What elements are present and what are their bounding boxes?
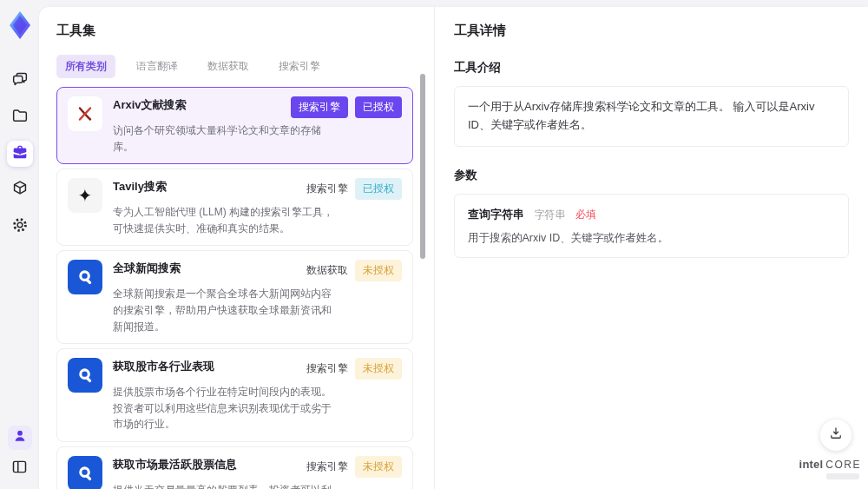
tab-4[interactable]: 搜索引擎 (270, 55, 329, 78)
profile-button[interactable] (8, 426, 32, 450)
panel-icon (10, 458, 29, 479)
sidebar-item-models[interactable] (7, 177, 33, 203)
tool-name: Tavily搜索 (113, 178, 167, 195)
category-badge: 搜索引擎 (291, 96, 348, 118)
auth-status-badge: 未授权 (355, 456, 402, 478)
tool-card-body: 全球新闻搜索数据获取未授权全球新闻搜索是一个聚合全球各大新闻网站内容的搜索引擎，… (113, 260, 402, 334)
tool-card-body: Tavily搜索搜索引擎已授权专为人工智能代理 (LLM) 构建的搜索引擎工具，… (113, 178, 402, 236)
download-button[interactable] (820, 420, 852, 451)
tab-3[interactable]: 数据获取 (199, 55, 258, 78)
tab-2[interactable]: 语言翻译 (128, 55, 187, 78)
intel-core-badge: intelCORE (799, 458, 861, 479)
details-panel-title: 工具详情 (454, 23, 849, 39)
icon-rail (0, 0, 39, 489)
sidebar-item-chat[interactable] (7, 68, 33, 94)
news-icon (68, 260, 102, 294)
tool-name: Arxiv文献搜索 (113, 96, 187, 113)
sidebar-item-settings[interactable] (7, 214, 33, 240)
param-required-badge: 必填 (575, 208, 596, 221)
arxiv-icon (68, 96, 102, 131)
tab-1[interactable]: 所有类别 (56, 55, 115, 78)
intel-brand-mark: CORE (825, 459, 861, 471)
param-type: 字符串 (534, 208, 565, 221)
tool-name: 全球新闻搜索 (113, 260, 181, 276)
auth-status-badge: 已授权 (355, 96, 402, 118)
briefcase-icon (10, 142, 30, 165)
category-badge: 搜索引擎 (306, 459, 348, 474)
param-header: 查询字符串 字符串 必填 (468, 206, 835, 222)
tool-card-body: 获取股市各行业表现搜索引擎未授权提供股票市场各个行业在特定时间段内的表现。投资者… (113, 358, 402, 433)
tool-card-body: 获取市场最活跃股票信息搜索引擎未授权提供当天交易量最高的股票列表，投资者可以利用… (113, 456, 402, 489)
rail-nav (7, 68, 33, 240)
intro-box: 一个用于从Arxiv存储库搜索科学论文和文章的工具。 输入可以是Arxiv ID… (454, 86, 849, 147)
auth-status-badge: 已授权 (355, 178, 402, 200)
intel-brand-word: intel (799, 458, 824, 471)
cube-icon (10, 179, 30, 202)
tool-description: 专为人工智能代理 (LLM) 构建的搜索引擎工具，可快速提供实时、准确和真实的结… (113, 204, 337, 236)
tool-name: 获取股市各行业表现 (113, 358, 214, 374)
gear-icon (10, 215, 30, 238)
tool-list: Arxiv文献搜索搜索引擎已授权访问各个研究领域大量科学论文和文章的存储库。✦T… (56, 87, 413, 489)
download-icon (828, 426, 844, 445)
category-badge: 数据获取 (306, 263, 348, 278)
chat-icon (10, 69, 30, 92)
user-icon (11, 427, 29, 448)
details-panel: 工具详情 工具介绍 一个用于从Arxiv存储库搜索科学论文和文章的工具。 输入可… (434, 7, 868, 489)
tool-card-1[interactable]: Arxiv文献搜索搜索引擎已授权访问各个研究领域大量科学论文和文章的存储库。 (56, 87, 413, 164)
app-logo-icon[interactable] (7, 10, 33, 43)
category-badge: 搜索引擎 (306, 361, 348, 376)
news-icon (68, 358, 102, 393)
intro-text: 一个用于从Arxiv存储库搜索科学论文和文章的工具。 输入可以是Arxiv ID… (468, 98, 835, 135)
tool-card-body: Arxiv文献搜索搜索引擎已授权访问各个研究领域大量科学论文和文章的存储库。 (113, 96, 402, 155)
sidebar-item-tools[interactable] (7, 141, 33, 167)
tool-description: 提供当天交易量最高的股票列表，投资者可以利用这些信息来识别流动性强的股票和潜在的… (113, 482, 337, 489)
tool-description: 提供股票市场各个行业在特定时间段内的表现。投资者可以利用这些信息来识别表现优于或… (113, 384, 337, 433)
category-tabs: 所有类别语言翻译数据获取搜索引擎 (56, 55, 413, 78)
news-icon (68, 456, 102, 489)
tool-list-scrollbar[interactable] (420, 74, 425, 259)
tool-card-2[interactable]: ✦Tavily搜索搜索引擎已授权专为人工智能代理 (LLM) 构建的搜索引擎工具… (56, 169, 413, 246)
sidebar-item-files[interactable] (7, 104, 33, 130)
tavily-icon: ✦ (68, 178, 102, 213)
tool-card-3[interactable]: 全球新闻搜索数据获取未授权全球新闻搜索是一个聚合全球各大新闻网站内容的搜索引擎，… (56, 250, 413, 344)
param-box: 查询字符串 字符串 必填 用于搜索的Arxiv ID、关键字或作者姓名。 (454, 194, 849, 258)
param-name: 查询字符串 (468, 208, 524, 221)
rail-bottom (8, 426, 32, 489)
param-description: 用于搜索的Arxiv ID、关键字或作者姓名。 (468, 231, 835, 246)
tool-name: 获取市场最活跃股票信息 (113, 456, 237, 472)
panel-toggle-button[interactable] (8, 456, 32, 480)
category-badge: 搜索引擎 (306, 182, 348, 196)
tool-card-5[interactable]: 获取市场最活跃股票信息搜索引擎未授权提供当天交易量最高的股票列表，投资者可以利用… (56, 446, 413, 489)
intel-core-sub-badge (826, 473, 859, 479)
params-heading: 参数 (454, 168, 849, 183)
folder-icon (10, 106, 30, 129)
intro-heading: 工具介绍 (454, 60, 849, 76)
tool-description: 访问各个研究领域大量科学论文和文章的存储库。 (113, 122, 337, 155)
tools-panel-title: 工具集 (56, 23, 413, 39)
tools-panel: 工具集 所有类别语言翻译数据获取搜索引擎 Arxiv文献搜索搜索引擎已授权访问各… (39, 7, 434, 489)
main-surface: 工具集 所有类别语言翻译数据获取搜索引擎 Arxiv文献搜索搜索引擎已授权访问各… (39, 7, 868, 489)
auth-status-badge: 未授权 (355, 358, 402, 380)
tool-description: 全球新闻搜索是一个聚合全球各大新闻网站内容的搜索引擎，帮助用户快速获取全球最新资… (113, 286, 337, 334)
tool-card-4[interactable]: 获取股市各行业表现搜索引擎未授权提供股票市场各个行业在特定时间段内的表现。投资者… (56, 348, 413, 442)
auth-status-badge: 未授权 (355, 260, 402, 281)
